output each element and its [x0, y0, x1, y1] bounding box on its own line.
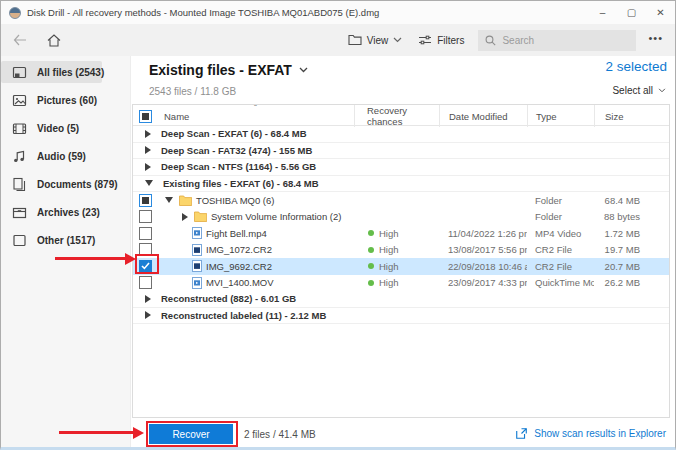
view-button[interactable]: View — [340, 27, 411, 53]
column-header-date-modified[interactable]: Date Modified — [439, 105, 527, 127]
image-file-icon — [192, 244, 202, 256]
sidebar-item-other[interactable]: Other (1517) — [1, 229, 130, 251]
file-name: Fight Bell.mp4 — [206, 228, 267, 239]
high-chance-dot-icon — [368, 247, 374, 253]
recovery-footer: Recover 2 files / 41.4 MB Show scan resu… — [131, 418, 676, 450]
back-button[interactable] — [7, 27, 33, 53]
search-input[interactable] — [502, 35, 622, 46]
name-cell: System Volume Information (2) — [159, 211, 354, 222]
selected-count: 2 selected — [605, 59, 667, 74]
sidebar-item-documents[interactable]: Documents (879) — [1, 173, 130, 195]
maximize-button[interactable]: ▢ — [617, 1, 646, 24]
row-checkbox[interactable] — [139, 227, 152, 240]
row-checkbox[interactable] — [139, 243, 152, 256]
expand-caret-icon[interactable] — [145, 146, 151, 154]
table-row[interactable]: Fight Bell.mp4High11/04/2022 1:26 pmMP4 … — [133, 225, 669, 242]
chevron-down-icon — [658, 88, 667, 94]
sidebar-item-label: Other (1517) — [37, 235, 95, 246]
folder-icon — [179, 195, 192, 206]
type-cell: Folder — [527, 195, 594, 206]
close-button[interactable]: ✕ — [646, 1, 675, 24]
scan-session-title[interactable]: Existing files - EXFAT — [149, 62, 308, 78]
table-row[interactable]: TOSHIBA MQ0 (6)Folder68.4 MB — [133, 192, 669, 209]
audio-icon — [12, 149, 27, 164]
group-row-label: Reconstructed (882) - 6.01 GB — [161, 293, 296, 304]
type-cell: CR2 File — [527, 244, 594, 255]
expand-caret-icon[interactable] — [182, 213, 188, 221]
checkbox-cell — [133, 260, 159, 273]
sidebar-item-pictures[interactable]: Pictures (60) — [1, 89, 130, 111]
date-modified-cell: 22/09/2018 10:46 am — [439, 261, 527, 272]
file-name: TOSHIBA MQ0 (6) — [196, 195, 274, 206]
show-in-explorer-link[interactable]: Show scan results in Explorer — [515, 427, 666, 440]
group-row-label: Deep Scan - EXFAT (6) - 68.4 MB — [161, 128, 307, 139]
select-all-button[interactable]: Select all — [612, 85, 667, 96]
more-menu-button[interactable]: ••• — [642, 32, 675, 48]
group-row[interactable]: Existing files - EXFAT (6) - 68.4 MB — [133, 176, 669, 193]
group-row[interactable]: Deep Scan - NTFS (1164) - 5.56 GB — [133, 159, 669, 176]
sidebar-item-audio[interactable]: Audio (59) — [1, 145, 130, 167]
table-row[interactable]: MVI_1400.MOVHigh23/09/2017 4:33 pmQuickT… — [133, 275, 669, 292]
recovery-chance-label: High — [379, 228, 399, 239]
toolbar: View Filters ••• — [1, 24, 675, 56]
recovery-chance-cell: High — [354, 261, 439, 272]
group-row[interactable]: Reconstructed labeled (11) - 2.12 MB — [133, 308, 669, 325]
recover-button[interactable]: Recover — [149, 424, 233, 444]
row-checkbox[interactable] — [139, 260, 152, 273]
search-box[interactable] — [478, 30, 636, 51]
file-table-body: Deep Scan - EXFAT (6) - 68.4 MBDeep Scan… — [133, 126, 669, 324]
group-row-content: Reconstructed labeled (11) - 2.12 MB — [133, 310, 668, 321]
size-cell: 19.7 MB — [594, 244, 668, 255]
expand-caret-icon[interactable] — [165, 197, 173, 203]
group-row-label: Deep Scan - FAT32 (474) - 155 MB — [161, 145, 312, 156]
file-name: IMG_1072.CR2 — [206, 244, 272, 255]
image-file-icon — [192, 260, 202, 272]
recovery-chance-cell: High — [354, 228, 439, 239]
home-button[interactable] — [41, 27, 67, 53]
table-row[interactable]: IMG_9692.CR2High22/09/2018 10:46 amCR2 F… — [133, 258, 669, 275]
titlebar: Disk Drill - All recovery methods - Moun… — [1, 1, 675, 24]
sidebar-item-archives[interactable]: Archives (23) — [1, 201, 130, 223]
checkbox-cell — [133, 276, 159, 289]
column-header-recovery-chances[interactable]: Recovery chances — [354, 105, 439, 127]
recovery-chance-label: High — [379, 261, 399, 272]
app-logo-icon — [9, 7, 21, 19]
group-row[interactable]: Reconstructed (882) - 6.01 GB — [133, 291, 669, 308]
pictures-icon — [12, 93, 27, 108]
file-name: IMG_9692.CR2 — [206, 261, 272, 272]
table-row[interactable]: System Volume Information (2)Folder88 by… — [133, 209, 669, 226]
video-file-icon — [192, 227, 202, 239]
name-cell: IMG_1072.CR2 — [159, 244, 354, 256]
expand-caret-icon[interactable] — [145, 130, 151, 138]
table-header: ˆ NameRecovery chancesDate ModifiedTypeS… — [133, 105, 669, 126]
row-checkbox[interactable] — [139, 194, 152, 207]
file-count-summary: 2543 files / 11.8 GB — [149, 86, 236, 97]
recovery-chance-cell: High — [354, 277, 439, 288]
search-icon — [485, 35, 496, 46]
sidebar-item-all-files[interactable]: All files (2543) — [1, 61, 102, 83]
name-cell: IMG_9692.CR2 — [159, 260, 354, 272]
expand-caret-icon[interactable] — [145, 295, 151, 303]
column-header-type[interactable]: Type — [527, 105, 594, 127]
sidebar-item-video[interactable]: Video (5) — [1, 117, 130, 139]
group-row-label: Deep Scan - NTFS (1164) - 5.56 GB — [161, 161, 316, 172]
filters-button[interactable]: Filters — [410, 27, 472, 53]
table-row[interactable]: IMG_1072.CR2High13/08/2017 5:56 pmCR2 Fi… — [133, 242, 669, 259]
row-checkbox[interactable] — [139, 276, 152, 289]
name-cell: MVI_1400.MOV — [159, 277, 354, 289]
minimize-button[interactable]: – — [588, 1, 617, 24]
group-row-content: Reconstructed (882) - 6.01 GB — [133, 293, 668, 304]
expand-caret-icon[interactable] — [145, 311, 151, 319]
size-cell: 1.72 MB — [594, 228, 668, 239]
column-header-size[interactable]: Size — [594, 105, 668, 127]
folder-icon — [348, 34, 362, 46]
high-chance-dot-icon — [368, 280, 374, 286]
row-checkbox[interactable] — [139, 110, 152, 123]
group-row[interactable]: Deep Scan - FAT32 (474) - 155 MB — [133, 143, 669, 160]
expand-caret-icon[interactable] — [145, 163, 151, 171]
group-row-content: Deep Scan - EXFAT (6) - 68.4 MB — [133, 128, 668, 139]
video-icon — [12, 121, 27, 136]
group-row[interactable]: Deep Scan - EXFAT (6) - 68.4 MB — [133, 126, 669, 143]
expand-caret-icon[interactable] — [145, 180, 153, 186]
row-checkbox[interactable] — [139, 210, 152, 223]
